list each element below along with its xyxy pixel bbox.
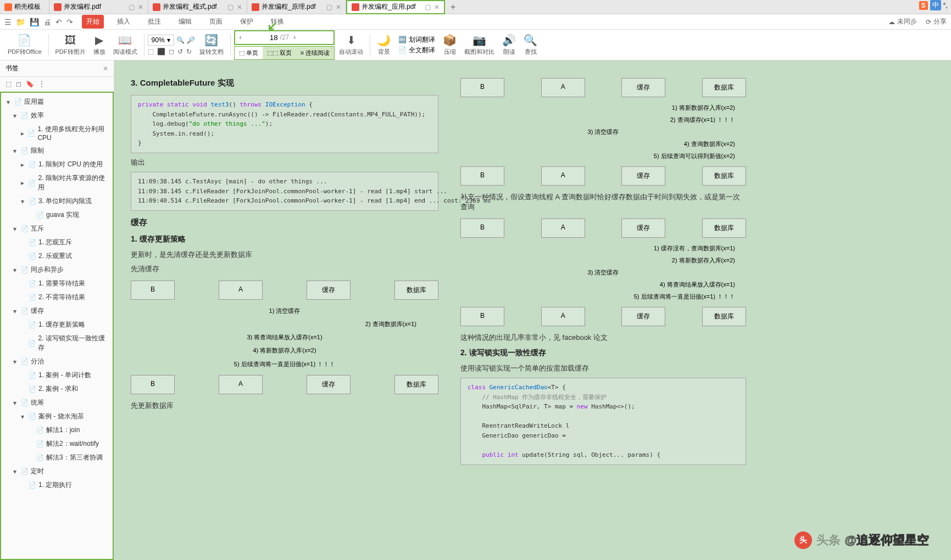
bookmark-item[interactable]: ▾📄定时 bbox=[3, 464, 110, 478]
screenshot-button[interactable]: 📷 截图和对比 bbox=[461, 33, 498, 56]
rotate-right-icon[interactable]: ↻ bbox=[186, 48, 192, 55]
bookmark-item[interactable]: ▾📄缓存 bbox=[3, 304, 110, 318]
print-icon[interactable]: 🖨 bbox=[43, 18, 51, 26]
pdf-to-office-button[interactable]: 📄 PDF转Office bbox=[4, 33, 45, 56]
next-page-button[interactable]: › bbox=[290, 32, 299, 42]
close-sidebar-icon[interactable]: ✕ bbox=[103, 65, 108, 72]
actual-size-icon[interactable]: ◻ bbox=[169, 48, 174, 55]
bookmark-item[interactable]: ▸📄1. 使用多线程充分利用 CPU bbox=[3, 122, 110, 144]
tree-toggle-icon[interactable]: ▾ bbox=[13, 147, 19, 155]
bookmark-item[interactable]: ▾📄互斥 bbox=[3, 222, 110, 236]
tab-pin-icon[interactable]: ▢ bbox=[227, 3, 233, 11]
bookmark-item[interactable]: ▾📄效率 bbox=[3, 109, 110, 122]
bookmark-item[interactable]: 📄2. 读写锁实现一致性缓存 bbox=[3, 332, 110, 355]
bookmark-item[interactable]: ▾📄应用篇 bbox=[3, 95, 110, 109]
auto-scroll-button[interactable]: ⬇ 自动滚动 bbox=[336, 33, 366, 56]
tree-toggle-icon[interactable]: ▾ bbox=[13, 266, 19, 274]
bookmark-item[interactable]: 📄解法3：第三者协调 bbox=[3, 451, 110, 464]
tree-toggle-icon[interactable]: ▾ bbox=[13, 225, 19, 233]
bookmark-item[interactable]: ▸📄1. 限制对 CPU 的使用 bbox=[3, 158, 110, 171]
tab-add-button[interactable]: + bbox=[445, 2, 461, 12]
bookmark-item[interactable]: 📄1. 悲观互斥 bbox=[3, 236, 110, 249]
menu-tab-protect[interactable]: 保护 bbox=[236, 15, 258, 29]
tree-toggle-icon[interactable]: ▾ bbox=[13, 307, 19, 315]
bookmark-item[interactable]: 📄2. 案例 - 求和 bbox=[3, 382, 110, 396]
tab-close-icon[interactable]: ✕ bbox=[336, 3, 341, 11]
tab-close-icon[interactable]: ✕ bbox=[237, 3, 242, 11]
bookmark-item[interactable]: ▾📄同步和异步 bbox=[3, 263, 110, 277]
tree-toggle-icon[interactable]: ▾ bbox=[13, 112, 19, 120]
pdf-to-image-button[interactable]: 🖼 PDF转图片 bbox=[52, 33, 89, 56]
sync-status[interactable]: 未同步 bbox=[897, 17, 917, 26]
find-button[interactable]: 🔍 查找 bbox=[520, 33, 541, 56]
bookmark-item[interactable]: 📄guava 实现 bbox=[3, 208, 110, 222]
save-icon[interactable]: 💾 bbox=[30, 18, 39, 26]
tree-toggle-icon[interactable]: ▾ bbox=[21, 198, 26, 205]
tab-pdf-active[interactable]: 并发编程_应用.pdf ▢ ✕ bbox=[346, 0, 445, 14]
ime-more-icon[interactable]: °, bbox=[943, 2, 948, 9]
redo-icon[interactable]: ↷ bbox=[66, 18, 73, 26]
bookmark-item[interactable]: 📄2. 不需等待结果 bbox=[3, 290, 110, 304]
menu-tab-annotate[interactable]: 批注 bbox=[143, 15, 165, 29]
bookmark-item[interactable]: 📄1. 案例 - 单词计数 bbox=[3, 368, 110, 382]
bookmark-item[interactable]: 📄1. 缓存更新策略 bbox=[3, 318, 110, 332]
compress-button[interactable]: 📦 压缩 bbox=[440, 33, 460, 56]
bookmark-item[interactable]: 📄1. 需要等待结果 bbox=[3, 277, 110, 290]
rotate-left-icon[interactable]: ↺ bbox=[177, 48, 183, 55]
rotate-doc-button[interactable]: 🔄 旋转文档 bbox=[196, 33, 227, 56]
word-translate-button[interactable]: 🔤 划词翻译 bbox=[398, 35, 435, 44]
prev-page-button[interactable]: ‹ bbox=[236, 32, 245, 42]
bookmark-item[interactable]: ▾📄统筹 bbox=[3, 396, 110, 410]
undo-icon[interactable]: ↶ bbox=[55, 18, 62, 26]
pdf-content[interactable]: 3. CompletableFuture 实现 private static v… bbox=[114, 60, 951, 560]
bookmark-item[interactable]: ▾📄案例 - 烧水泡茶 bbox=[3, 410, 110, 423]
read-aloud-button[interactable]: 🔊 朗读 bbox=[499, 33, 519, 56]
zoom-in-icon[interactable]: 🔍 bbox=[176, 36, 185, 44]
bookmark-item[interactable]: 📄2. 乐观重试 bbox=[3, 249, 110, 263]
bookmark-item[interactable]: ▸📄2. 限制对共享资源的使用 bbox=[3, 171, 110, 194]
ime-cn-icon[interactable]: 中 bbox=[930, 0, 941, 10]
tab-pin-icon[interactable]: ▢ bbox=[129, 3, 135, 11]
menu-tab-insert[interactable]: 插入 bbox=[113, 15, 135, 29]
tree-toggle-icon[interactable]: ▾ bbox=[21, 413, 26, 421]
tree-toggle-icon[interactable]: ▾ bbox=[13, 399, 19, 407]
bookmark-item[interactable]: ▾📄3. 单位时间内限流 bbox=[3, 194, 110, 208]
bookmark-item[interactable]: 📄1. 定期执行 bbox=[3, 478, 110, 492]
tree-toggle-icon[interactable]: ▾ bbox=[7, 98, 12, 106]
tree-toggle-icon[interactable]: ▸ bbox=[21, 179, 26, 187]
tree-toggle-icon[interactable]: ▾ bbox=[13, 468, 19, 475]
tab-close-icon[interactable]: ✕ bbox=[138, 3, 143, 11]
menu-tab-edit[interactable]: 编辑 bbox=[174, 15, 196, 29]
zoom-select[interactable]: 90% ▾ bbox=[148, 35, 174, 46]
bookmark-item[interactable]: ▾📄限制 bbox=[3, 144, 110, 158]
tool-icon-2[interactable]: ◻ bbox=[16, 80, 21, 88]
menu-icon[interactable]: ☰ bbox=[4, 18, 12, 26]
tree-toggle-icon[interactable]: ▸ bbox=[21, 161, 26, 169]
double-page-button[interactable]: ⬚⬚ 双页 bbox=[263, 47, 296, 59]
tab-pin-icon[interactable]: ▢ bbox=[425, 3, 431, 11]
tab-close-icon[interactable]: ✕ bbox=[434, 3, 440, 11]
fit-width-icon[interactable]: ⬚ bbox=[148, 48, 154, 55]
tool-icon-4[interactable]: ⋮ bbox=[38, 80, 45, 88]
continuous-button[interactable]: ≡ 连续阅读 bbox=[296, 47, 334, 59]
tab-pdf-3[interactable]: 并发编程_原理.pdf ▢ ✕ bbox=[247, 0, 346, 14]
bookmark-item[interactable]: 📄解法2：wait/notify bbox=[3, 437, 110, 451]
tree-toggle-icon[interactable]: ▸ bbox=[21, 130, 25, 137]
play-button[interactable]: ▶ 播放 bbox=[90, 33, 109, 56]
zoom-out-icon[interactable]: 🔎 bbox=[187, 36, 195, 44]
tab-template[interactable]: 稻壳模板 bbox=[0, 0, 49, 14]
read-mode-button[interactable]: 📖 阅读模式 bbox=[110, 33, 141, 56]
bookmark-item[interactable]: ▾📄分治 bbox=[3, 355, 110, 368]
full-translate-button[interactable]: 📄 全文翻译 bbox=[398, 46, 435, 55]
tab-pin-icon[interactable]: ▢ bbox=[326, 3, 332, 11]
fit-page-icon[interactable]: ⬛ bbox=[157, 48, 165, 55]
bookmark-item[interactable]: 📄解法1：join bbox=[3, 423, 110, 437]
menu-tab-page[interactable]: 页面 bbox=[205, 15, 227, 29]
background-button[interactable]: 🌙 背景 bbox=[374, 33, 394, 56]
ime-s-icon[interactable]: S bbox=[919, 1, 928, 10]
single-page-button[interactable]: ⬚ 单页 bbox=[235, 47, 263, 59]
tree-toggle-icon[interactable]: ▾ bbox=[13, 358, 19, 366]
bookmark-icon[interactable]: 🔖 bbox=[26, 80, 34, 88]
tool-icon-1[interactable]: ⬚ bbox=[5, 80, 12, 88]
tab-pdf-1[interactable]: 并发编程.pdf ▢ ✕ bbox=[49, 0, 148, 14]
